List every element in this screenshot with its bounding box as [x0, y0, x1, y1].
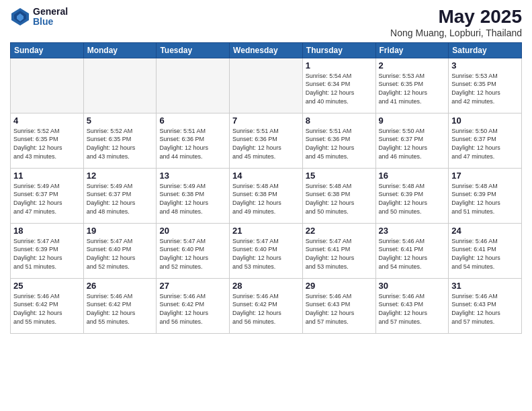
day-info: Sunrise: 5:46 AM Sunset: 6:42 PM Dayligh… — [232, 292, 300, 326]
calendar-table: Sunday Monday Tuesday Wednesday Thursday… — [10, 42, 522, 334]
day-info: Sunrise: 5:51 AM Sunset: 6:36 PM Dayligh… — [232, 127, 300, 161]
day-info: Sunrise: 5:50 AM Sunset: 6:37 PM Dayligh… — [379, 127, 446, 161]
table-cell: 30Sunrise: 5:46 AM Sunset: 6:43 PM Dayli… — [375, 278, 449, 333]
logo-general-text: General — [33, 7, 68, 17]
day-number: 11 — [13, 171, 81, 181]
day-info: Sunrise: 5:47 AM Sunset: 6:39 PM Dayligh… — [13, 237, 81, 271]
day-info: Sunrise: 5:47 AM Sunset: 6:40 PM Dayligh… — [159, 237, 226, 271]
table-cell — [11, 58, 84, 113]
logo-text: General Blue — [33, 7, 68, 28]
week-row-1: 1Sunrise: 5:54 AM Sunset: 6:34 PM Daylig… — [11, 58, 522, 113]
day-number: 3 — [451, 60, 519, 71]
table-cell: 29Sunrise: 5:46 AM Sunset: 6:43 PM Dayli… — [302, 278, 375, 333]
day-number: 29 — [306, 281, 373, 291]
day-info: Sunrise: 5:48 AM Sunset: 6:39 PM Dayligh… — [379, 182, 446, 216]
table-cell: 28Sunrise: 5:46 AM Sunset: 6:42 PM Dayli… — [230, 278, 303, 333]
day-info: Sunrise: 5:47 AM Sunset: 6:41 PM Dayligh… — [306, 237, 373, 271]
table-cell: 17Sunrise: 5:48 AM Sunset: 6:39 PM Dayli… — [449, 168, 522, 223]
day-number: 16 — [379, 171, 446, 181]
day-number: 9 — [379, 116, 446, 126]
week-row-4: 18Sunrise: 5:47 AM Sunset: 6:39 PM Dayli… — [11, 223, 522, 278]
table-cell: 7Sunrise: 5:51 AM Sunset: 6:36 PM Daylig… — [230, 113, 303, 168]
logo: General Blue — [10, 7, 68, 28]
table-cell: 21Sunrise: 5:47 AM Sunset: 6:40 PM Dayli… — [230, 223, 303, 278]
page: General Blue May 2025 Nong Muang, Lopbur… — [0, 0, 532, 411]
day-info: Sunrise: 5:49 AM Sunset: 6:37 PM Dayligh… — [87, 182, 154, 216]
logo-icon — [10, 7, 30, 27]
table-cell: 6Sunrise: 5:51 AM Sunset: 6:36 PM Daylig… — [157, 113, 230, 168]
day-number: 15 — [306, 171, 373, 181]
header-wednesday: Wednesday — [230, 42, 303, 58]
day-info: Sunrise: 5:46 AM Sunset: 6:43 PM Dayligh… — [306, 292, 373, 326]
day-info: Sunrise: 5:46 AM Sunset: 6:41 PM Dayligh… — [451, 237, 519, 271]
day-info: Sunrise: 5:46 AM Sunset: 6:43 PM Dayligh… — [379, 292, 446, 326]
logo-blue-text: Blue — [33, 17, 68, 27]
header-sunday: Sunday — [11, 42, 84, 58]
table-cell: 1Sunrise: 5:54 AM Sunset: 6:34 PM Daylig… — [302, 58, 375, 113]
day-info: Sunrise: 5:49 AM Sunset: 6:37 PM Dayligh… — [13, 182, 81, 216]
day-info: Sunrise: 5:53 AM Sunset: 6:35 PM Dayligh… — [379, 72, 446, 105]
day-info: Sunrise: 5:48 AM Sunset: 6:39 PM Dayligh… — [451, 182, 519, 216]
table-cell: 22Sunrise: 5:47 AM Sunset: 6:41 PM Dayli… — [302, 223, 375, 278]
table-cell: 5Sunrise: 5:52 AM Sunset: 6:35 PM Daylig… — [83, 113, 157, 168]
day-info: Sunrise: 5:46 AM Sunset: 6:42 PM Dayligh… — [13, 292, 81, 326]
table-cell: 8Sunrise: 5:51 AM Sunset: 6:36 PM Daylig… — [302, 113, 375, 168]
day-number: 7 — [232, 116, 300, 126]
table-cell: 27Sunrise: 5:46 AM Sunset: 6:42 PM Dayli… — [157, 278, 230, 333]
table-cell: 15Sunrise: 5:48 AM Sunset: 6:38 PM Dayli… — [302, 168, 375, 223]
table-cell: 12Sunrise: 5:49 AM Sunset: 6:37 PM Dayli… — [83, 168, 157, 223]
table-cell: 31Sunrise: 5:46 AM Sunset: 6:43 PM Dayli… — [449, 278, 522, 333]
day-info: Sunrise: 5:50 AM Sunset: 6:37 PM Dayligh… — [451, 127, 519, 161]
day-number: 4 — [13, 116, 81, 126]
day-number: 13 — [159, 171, 226, 181]
calendar-header-row: Sunday Monday Tuesday Wednesday Thursday… — [11, 42, 522, 58]
week-row-2: 4Sunrise: 5:52 AM Sunset: 6:35 PM Daylig… — [11, 113, 522, 168]
day-info: Sunrise: 5:51 AM Sunset: 6:36 PM Dayligh… — [159, 127, 226, 161]
header-saturday: Saturday — [449, 42, 522, 58]
day-info: Sunrise: 5:46 AM Sunset: 6:43 PM Dayligh… — [451, 292, 519, 326]
day-number: 18 — [13, 226, 81, 236]
day-info: Sunrise: 5:46 AM Sunset: 6:42 PM Dayligh… — [87, 292, 154, 326]
header-monday: Monday — [83, 42, 157, 58]
day-number: 26 — [87, 281, 154, 291]
day-info: Sunrise: 5:46 AM Sunset: 6:42 PM Dayligh… — [159, 292, 226, 326]
day-info: Sunrise: 5:47 AM Sunset: 6:40 PM Dayligh… — [87, 237, 154, 271]
day-number: 27 — [159, 281, 226, 291]
month-title: May 2025 — [390, 7, 522, 28]
day-info: Sunrise: 5:49 AM Sunset: 6:38 PM Dayligh… — [159, 182, 226, 216]
day-number: 1 — [306, 60, 373, 71]
week-row-5: 25Sunrise: 5:46 AM Sunset: 6:42 PM Dayli… — [11, 278, 522, 333]
day-info: Sunrise: 5:46 AM Sunset: 6:41 PM Dayligh… — [379, 237, 446, 271]
table-cell: 19Sunrise: 5:47 AM Sunset: 6:40 PM Dayli… — [83, 223, 157, 278]
day-number: 2 — [379, 60, 446, 71]
table-cell: 3Sunrise: 5:53 AM Sunset: 6:35 PM Daylig… — [449, 58, 522, 113]
day-number: 23 — [379, 226, 446, 236]
table-cell: 24Sunrise: 5:46 AM Sunset: 6:41 PM Dayli… — [449, 223, 522, 278]
day-number: 5 — [87, 116, 154, 126]
header-thursday: Thursday — [302, 42, 375, 58]
table-cell: 20Sunrise: 5:47 AM Sunset: 6:40 PM Dayli… — [157, 223, 230, 278]
day-number: 8 — [306, 116, 373, 126]
week-row-3: 11Sunrise: 5:49 AM Sunset: 6:37 PM Dayli… — [11, 168, 522, 223]
table-cell: 4Sunrise: 5:52 AM Sunset: 6:35 PM Daylig… — [11, 113, 84, 168]
table-cell: 25Sunrise: 5:46 AM Sunset: 6:42 PM Dayli… — [11, 278, 84, 333]
day-number: 19 — [87, 226, 154, 236]
table-cell: 9Sunrise: 5:50 AM Sunset: 6:37 PM Daylig… — [375, 113, 449, 168]
day-number: 31 — [451, 281, 519, 291]
day-info: Sunrise: 5:53 AM Sunset: 6:35 PM Dayligh… — [451, 72, 519, 105]
day-number: 28 — [232, 281, 300, 291]
day-number: 17 — [451, 171, 519, 181]
day-number: 14 — [232, 171, 300, 181]
day-info: Sunrise: 5:48 AM Sunset: 6:38 PM Dayligh… — [306, 182, 373, 216]
location: Nong Muang, Lopburi, Thailand — [390, 28, 522, 38]
table-cell: 18Sunrise: 5:47 AM Sunset: 6:39 PM Dayli… — [11, 223, 84, 278]
day-number: 20 — [159, 226, 226, 236]
day-info: Sunrise: 5:51 AM Sunset: 6:36 PM Dayligh… — [306, 127, 373, 161]
header: General Blue May 2025 Nong Muang, Lopbur… — [10, 7, 522, 38]
table-cell: 11Sunrise: 5:49 AM Sunset: 6:37 PM Dayli… — [11, 168, 84, 223]
table-cell: 14Sunrise: 5:48 AM Sunset: 6:38 PM Dayli… — [230, 168, 303, 223]
table-cell — [83, 58, 157, 113]
table-cell: 16Sunrise: 5:48 AM Sunset: 6:39 PM Dayli… — [375, 168, 449, 223]
day-info: Sunrise: 5:54 AM Sunset: 6:34 PM Dayligh… — [306, 72, 373, 105]
day-info: Sunrise: 5:47 AM Sunset: 6:40 PM Dayligh… — [232, 237, 300, 271]
